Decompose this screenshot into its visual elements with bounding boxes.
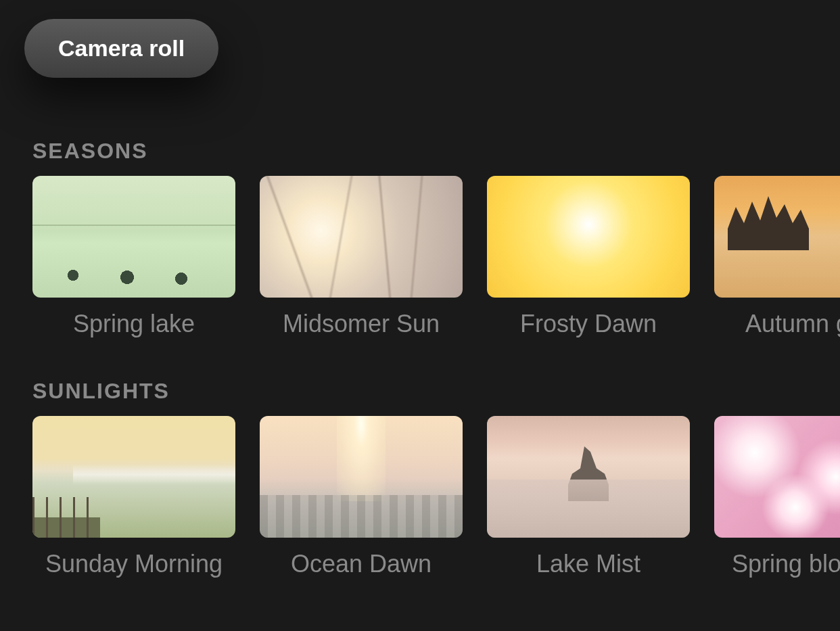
scene-label: Ocean Dawn [260,550,463,578]
scene-label: Frosty Dawn [487,310,690,338]
scene-card-spring-blossom[interactable]: Spring blossom [714,416,840,578]
section-title-sunlights: SUNLIGHTS [32,379,840,404]
camera-roll-button[interactable]: Camera roll [24,19,218,78]
section-sunlights: SUNLIGHTS Sunday Morning Ocean Dawn Lake… [0,379,840,578]
scene-thumbnail [487,416,690,538]
scene-card-spring-lake[interactable]: Spring lake [32,176,235,338]
scene-card-autumn-glow[interactable]: Autumn glow [714,176,840,338]
scene-card-sunday-morning[interactable]: Sunday Morning [32,416,235,578]
scene-thumbnail [260,176,463,298]
section-seasons: SEASONS Spring lake Midsomer Sun Frosty … [0,139,840,338]
section-title-seasons: SEASONS [32,139,840,164]
scene-thumbnail [487,176,690,298]
row-seasons: Spring lake Midsomer Sun Frosty Dawn Aut… [32,176,840,338]
scene-card-ocean-dawn[interactable]: Ocean Dawn [260,416,463,578]
scene-thumbnail [32,176,235,298]
scene-label: Midsomer Sun [260,310,463,338]
scene-thumbnail [714,416,840,538]
scene-label: Sunday Morning [32,550,235,578]
scene-thumbnail [260,416,463,538]
scene-label: Spring blossom [714,550,840,578]
scene-card-midsomer-sun[interactable]: Midsomer Sun [260,176,463,338]
scene-thumbnail [714,176,840,298]
scene-thumbnail [32,416,235,538]
row-sunlights: Sunday Morning Ocean Dawn Lake Mist Spri… [32,416,840,578]
scene-label: Spring lake [32,310,235,338]
scene-card-lake-mist[interactable]: Lake Mist [487,416,690,578]
scene-label: Autumn glow [714,310,840,338]
scene-card-frosty-dawn[interactable]: Frosty Dawn [487,176,690,338]
scene-label: Lake Mist [487,550,690,578]
